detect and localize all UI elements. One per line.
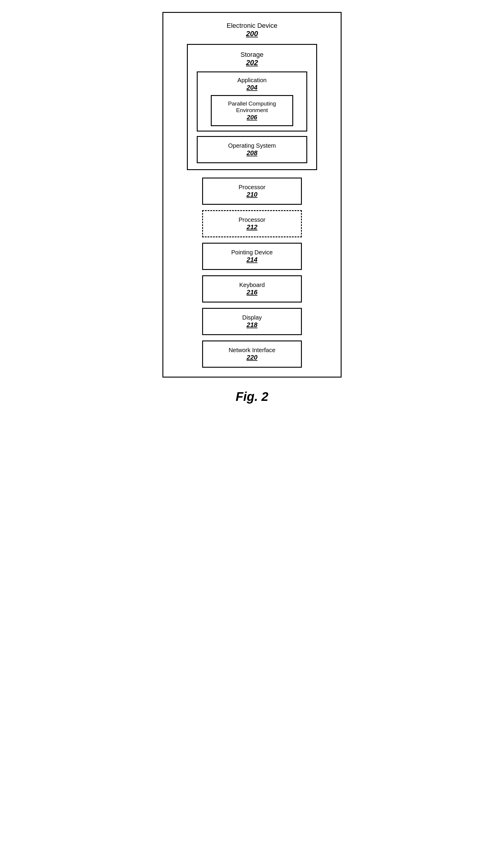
keyboard-label: Keyboard: [212, 281, 292, 288]
processor-210-number: 210: [212, 191, 292, 199]
keyboard-number: 216: [212, 288, 292, 296]
pce-box: Parallel Computing Environment 206: [211, 95, 293, 126]
processor-212-box: Processor 212: [202, 210, 302, 237]
display-box: Display 218: [202, 308, 302, 335]
network-interface-label: Network Interface: [212, 347, 292, 354]
diagram-wrapper: Electronic Device 200 Storage 202 Applic…: [162, 12, 342, 378]
network-interface-number: 220: [212, 354, 292, 362]
pointing-device-box: Pointing Device 214: [202, 243, 302, 270]
pointing-device-number: 214: [212, 256, 292, 264]
storage-box: Storage 202 Application 204 Parallel Com…: [187, 44, 317, 170]
electronic-device-label: Electronic Device: [227, 22, 277, 30]
figure-label: Fig. 2: [236, 389, 268, 404]
pce-label: Parallel Computing Environment: [219, 100, 285, 114]
processor-210-box: Processor 210: [202, 178, 302, 205]
pointing-device-label: Pointing Device: [212, 249, 292, 256]
storage-label: Storage: [240, 51, 263, 58]
page-container: Electronic Device 200 Storage 202 Applic…: [162, 12, 342, 404]
processor-210-label: Processor: [212, 184, 292, 191]
processor-212-label: Processor: [212, 216, 292, 223]
components-section: Processor 210 Processor 212 Pointing Dev…: [175, 176, 329, 368]
display-label: Display: [212, 314, 292, 321]
application-box: Application 204 Parallel Computing Envir…: [197, 71, 308, 132]
storage-title: Storage 202: [240, 51, 263, 67]
os-box: Operating System 208: [197, 136, 308, 163]
electronic-device-title: Electronic Device 200: [227, 22, 277, 38]
application-label: Application: [237, 77, 267, 84]
storage-number: 202: [240, 58, 263, 67]
application-title: Application 204: [237, 77, 267, 91]
electronic-device-number: 200: [227, 30, 277, 38]
display-number: 218: [212, 321, 292, 329]
processor-212-number: 212: [212, 223, 292, 231]
pce-number: 206: [219, 114, 285, 121]
network-interface-box: Network Interface 220: [202, 341, 302, 368]
keyboard-box: Keyboard 216: [202, 275, 302, 302]
os-number: 208: [207, 149, 298, 157]
application-number: 204: [237, 84, 267, 91]
os-label: Operating System: [207, 142, 298, 149]
